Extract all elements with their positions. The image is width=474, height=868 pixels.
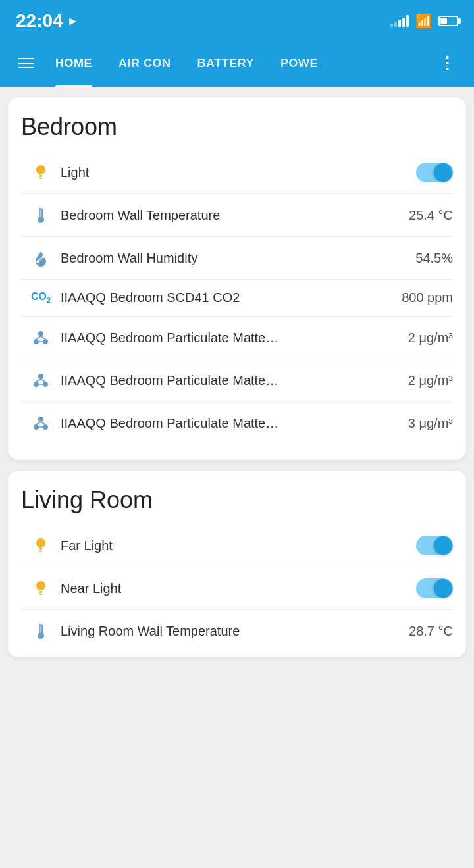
svg-point-21 bbox=[38, 417, 43, 422]
near-light-row: Near Light bbox=[21, 567, 453, 610]
svg-point-4 bbox=[38, 217, 44, 223]
svg-point-27 bbox=[36, 538, 45, 548]
svg-rect-29 bbox=[40, 551, 42, 552]
status-icons: 📶 bbox=[390, 13, 458, 29]
battery-icon bbox=[438, 16, 458, 26]
signal-strength-icon bbox=[390, 15, 409, 27]
svg-rect-35 bbox=[40, 625, 42, 633]
svg-line-19 bbox=[41, 379, 45, 382]
near-light-label: Near Light bbox=[61, 581, 416, 596]
near-light-toggle[interactable] bbox=[416, 578, 453, 598]
humidity-icon bbox=[21, 247, 61, 268]
status-bar: 22:04 ► 📶 bbox=[0, 0, 474, 39]
bedroom-temp-label: Bedroom Wall Temperature bbox=[61, 208, 409, 223]
bedroom-pm2-label: IIAAQQ Bedroom Particulate Matte… bbox=[61, 373, 408, 388]
svg-rect-5 bbox=[40, 209, 42, 217]
nav-tabs: HOME AIR CON BATTERY POWE bbox=[42, 39, 431, 87]
lr-temp-row: Living Room Wall Temperature 28.7 °C bbox=[21, 610, 453, 642]
svg-line-25 bbox=[41, 422, 45, 424]
svg-point-9 bbox=[38, 331, 43, 336]
tab-home[interactable]: HOME bbox=[42, 39, 105, 87]
particles-icon-3 bbox=[21, 413, 61, 434]
bedroom-humidity-label: Bedroom Wall Humidity bbox=[61, 251, 415, 266]
bedroom-humidity-value: 54.5% bbox=[415, 251, 453, 266]
tab-air-con[interactable]: AIR CON bbox=[105, 39, 184, 87]
bedroom-pm3-label: IIAAQQ Bedroom Particulate Matte… bbox=[61, 416, 408, 431]
bedroom-pm1-value: 2 μg/m³ bbox=[408, 330, 453, 345]
particles-icon-1 bbox=[21, 327, 61, 348]
bedroom-co2-value: 800 ppm bbox=[402, 290, 453, 305]
svg-line-18 bbox=[36, 379, 41, 382]
bedroom-light-label: Light bbox=[61, 165, 416, 180]
near-light-icon bbox=[21, 578, 61, 599]
living-room-title: Living Room bbox=[21, 486, 453, 514]
svg-point-7 bbox=[37, 260, 40, 263]
status-time: 22:04 ► bbox=[16, 11, 78, 32]
far-light-row: Far Light bbox=[21, 524, 453, 567]
wifi-icon: 📶 bbox=[415, 13, 432, 29]
svg-line-12 bbox=[36, 336, 41, 339]
bedroom-light-toggle[interactable] bbox=[416, 163, 453, 182]
svg-point-15 bbox=[38, 374, 43, 379]
far-light-toggle[interactable] bbox=[416, 536, 453, 555]
svg-point-30 bbox=[36, 581, 45, 590]
location-arrow-icon: ► bbox=[67, 14, 79, 28]
bedroom-pm3-row: IIAAQQ Bedroom Particulate Matte… 3 μg/m… bbox=[21, 402, 453, 444]
living-room-card: Living Room Far Light bbox=[8, 471, 466, 657]
lr-temp-label: Living Room Wall Temperature bbox=[61, 624, 409, 639]
bedroom-card: Bedroom Light bbox=[8, 97, 466, 460]
bedroom-pm3-value: 3 μg/m³ bbox=[408, 416, 453, 431]
svg-rect-1 bbox=[40, 175, 42, 177]
svg-rect-28 bbox=[40, 548, 42, 550]
bedroom-co2-row: CO2 IIAAQQ Bedroom SCD41 CO2 800 ppm bbox=[21, 280, 453, 317]
nav-bar: HOME AIR CON BATTERY POWE ⋮ bbox=[0, 39, 474, 87]
bedroom-co2-label: IIAAQQ Bedroom SCD41 CO2 bbox=[61, 290, 402, 305]
bedroom-temp-value: 25.4 °C bbox=[409, 208, 453, 223]
tab-power[interactable]: POWE bbox=[267, 39, 331, 87]
tab-battery[interactable]: BATTERY bbox=[184, 39, 268, 87]
svg-line-24 bbox=[36, 422, 41, 424]
svg-rect-31 bbox=[40, 591, 42, 593]
lr-temp-value: 28.7 °C bbox=[409, 624, 453, 639]
svg-point-8 bbox=[42, 255, 45, 258]
far-light-label: Far Light bbox=[61, 538, 416, 553]
bedroom-temp-row: Bedroom Wall Temperature 25.4 °C bbox=[21, 194, 453, 237]
svg-point-34 bbox=[38, 632, 44, 639]
bedroom-pm1-row: IIAAQQ Bedroom Particulate Matte… 2 μg/m… bbox=[21, 317, 453, 359]
bedroom-title: Bedroom bbox=[21, 113, 453, 141]
bedroom-pm2-value: 2 μg/m³ bbox=[408, 373, 453, 388]
particles-icon-2 bbox=[21, 370, 61, 391]
thermometer-icon bbox=[21, 205, 61, 226]
hamburger-menu-button[interactable] bbox=[11, 50, 42, 76]
co2-icon: CO2 bbox=[21, 292, 61, 304]
svg-point-0 bbox=[36, 165, 45, 174]
more-options-button[interactable]: ⋮ bbox=[431, 45, 463, 82]
light-icon bbox=[21, 162, 61, 183]
time-display: 22:04 bbox=[16, 11, 63, 32]
lr-thermometer-icon bbox=[21, 621, 61, 642]
far-light-icon bbox=[21, 535, 61, 556]
bedroom-light-row: Light bbox=[21, 151, 453, 194]
svg-rect-2 bbox=[40, 178, 42, 179]
bedroom-pm2-row: IIAAQQ Bedroom Particulate Matte… 2 μg/m… bbox=[21, 359, 453, 402]
svg-line-13 bbox=[41, 336, 45, 339]
main-content: Bedroom Light bbox=[0, 87, 474, 668]
bedroom-pm1-label: IIAAQQ Bedroom Particulate Matte… bbox=[61, 330, 408, 345]
bedroom-humidity-row: Bedroom Wall Humidity 54.5% bbox=[21, 237, 453, 280]
svg-rect-32 bbox=[40, 594, 42, 595]
